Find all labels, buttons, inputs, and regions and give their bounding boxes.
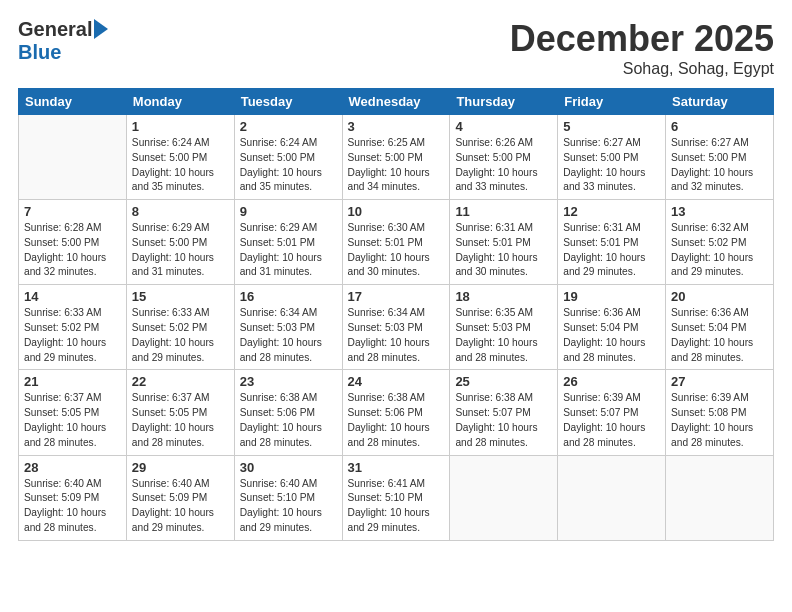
day-info: Sunrise: 6:30 AMSunset: 5:01 PMDaylight:… [348,221,445,280]
calendar-cell: 29Sunrise: 6:40 AMSunset: 5:09 PMDayligh… [126,455,234,540]
day-number: 3 [348,119,445,134]
page-container: General Blue December 2025 Sohag, Sohag,… [0,0,792,551]
day-info: Sunrise: 6:29 AMSunset: 5:01 PMDaylight:… [240,221,337,280]
day-number: 30 [240,460,337,475]
day-info: Sunrise: 6:34 AMSunset: 5:03 PMDaylight:… [348,306,445,365]
day-number: 2 [240,119,337,134]
calendar-cell: 16Sunrise: 6:34 AMSunset: 5:03 PMDayligh… [234,285,342,370]
day-number: 25 [455,374,552,389]
day-info: Sunrise: 6:31 AMSunset: 5:01 PMDaylight:… [563,221,660,280]
day-info: Sunrise: 6:27 AMSunset: 5:00 PMDaylight:… [671,136,768,195]
calendar-cell: 19Sunrise: 6:36 AMSunset: 5:04 PMDayligh… [558,285,666,370]
day-info: Sunrise: 6:24 AMSunset: 5:00 PMDaylight:… [240,136,337,195]
day-number: 8 [132,204,229,219]
weekday-header-row: SundayMondayTuesdayWednesdayThursdayFrid… [19,89,774,115]
day-number: 13 [671,204,768,219]
day-info: Sunrise: 6:38 AMSunset: 5:06 PMDaylight:… [240,391,337,450]
calendar-week-4: 21Sunrise: 6:37 AMSunset: 5:05 PMDayligh… [19,370,774,455]
calendar-cell: 12Sunrise: 6:31 AMSunset: 5:01 PMDayligh… [558,200,666,285]
calendar-cell: 17Sunrise: 6:34 AMSunset: 5:03 PMDayligh… [342,285,450,370]
calendar-cell [558,455,666,540]
day-info: Sunrise: 6:33 AMSunset: 5:02 PMDaylight:… [24,306,121,365]
location: Sohag, Sohag, Egypt [510,60,774,78]
day-info: Sunrise: 6:26 AMSunset: 5:00 PMDaylight:… [455,136,552,195]
calendar-cell: 2Sunrise: 6:24 AMSunset: 5:00 PMDaylight… [234,115,342,200]
day-number: 9 [240,204,337,219]
day-number: 23 [240,374,337,389]
day-number: 5 [563,119,660,134]
calendar-cell: 15Sunrise: 6:33 AMSunset: 5:02 PMDayligh… [126,285,234,370]
logo-text: General [18,18,108,41]
calendar-cell: 22Sunrise: 6:37 AMSunset: 5:05 PMDayligh… [126,370,234,455]
calendar-cell: 6Sunrise: 6:27 AMSunset: 5:00 PMDaylight… [666,115,774,200]
weekday-header-friday: Friday [558,89,666,115]
header: General Blue December 2025 Sohag, Sohag,… [18,18,774,78]
day-info: Sunrise: 6:34 AMSunset: 5:03 PMDaylight:… [240,306,337,365]
day-info: Sunrise: 6:40 AMSunset: 5:09 PMDaylight:… [132,477,229,536]
day-number: 15 [132,289,229,304]
day-info: Sunrise: 6:36 AMSunset: 5:04 PMDaylight:… [563,306,660,365]
weekday-header-sunday: Sunday [19,89,127,115]
calendar-cell: 20Sunrise: 6:36 AMSunset: 5:04 PMDayligh… [666,285,774,370]
calendar-cell: 13Sunrise: 6:32 AMSunset: 5:02 PMDayligh… [666,200,774,285]
calendar-cell: 7Sunrise: 6:28 AMSunset: 5:00 PMDaylight… [19,200,127,285]
logo-general: General [18,18,92,41]
day-number: 11 [455,204,552,219]
weekday-header-wednesday: Wednesday [342,89,450,115]
day-info: Sunrise: 6:40 AMSunset: 5:09 PMDaylight:… [24,477,121,536]
calendar-cell [666,455,774,540]
day-info: Sunrise: 6:28 AMSunset: 5:00 PMDaylight:… [24,221,121,280]
calendar-cell: 26Sunrise: 6:39 AMSunset: 5:07 PMDayligh… [558,370,666,455]
calendar-cell: 8Sunrise: 6:29 AMSunset: 5:00 PMDaylight… [126,200,234,285]
day-number: 24 [348,374,445,389]
month-title: December 2025 [510,18,774,60]
day-number: 16 [240,289,337,304]
day-number: 19 [563,289,660,304]
day-info: Sunrise: 6:27 AMSunset: 5:00 PMDaylight:… [563,136,660,195]
day-number: 12 [563,204,660,219]
day-info: Sunrise: 6:39 AMSunset: 5:08 PMDaylight:… [671,391,768,450]
calendar-cell: 31Sunrise: 6:41 AMSunset: 5:10 PMDayligh… [342,455,450,540]
weekday-header-tuesday: Tuesday [234,89,342,115]
day-info: Sunrise: 6:35 AMSunset: 5:03 PMDaylight:… [455,306,552,365]
day-number: 21 [24,374,121,389]
day-number: 4 [455,119,552,134]
day-number: 29 [132,460,229,475]
day-number: 7 [24,204,121,219]
calendar-cell: 3Sunrise: 6:25 AMSunset: 5:00 PMDaylight… [342,115,450,200]
day-number: 17 [348,289,445,304]
calendar-cell: 18Sunrise: 6:35 AMSunset: 5:03 PMDayligh… [450,285,558,370]
day-number: 10 [348,204,445,219]
day-info: Sunrise: 6:31 AMSunset: 5:01 PMDaylight:… [455,221,552,280]
calendar-cell: 5Sunrise: 6:27 AMSunset: 5:00 PMDaylight… [558,115,666,200]
day-info: Sunrise: 6:24 AMSunset: 5:00 PMDaylight:… [132,136,229,195]
day-number: 6 [671,119,768,134]
weekday-header-monday: Monday [126,89,234,115]
calendar-cell: 27Sunrise: 6:39 AMSunset: 5:08 PMDayligh… [666,370,774,455]
day-number: 26 [563,374,660,389]
calendar-cell: 4Sunrise: 6:26 AMSunset: 5:00 PMDaylight… [450,115,558,200]
calendar-cell: 14Sunrise: 6:33 AMSunset: 5:02 PMDayligh… [19,285,127,370]
day-info: Sunrise: 6:37 AMSunset: 5:05 PMDaylight:… [24,391,121,450]
calendar-cell: 30Sunrise: 6:40 AMSunset: 5:10 PMDayligh… [234,455,342,540]
day-info: Sunrise: 6:41 AMSunset: 5:10 PMDaylight:… [348,477,445,536]
day-number: 28 [24,460,121,475]
day-info: Sunrise: 6:40 AMSunset: 5:10 PMDaylight:… [240,477,337,536]
calendar-week-5: 28Sunrise: 6:40 AMSunset: 5:09 PMDayligh… [19,455,774,540]
logo-arrow-icon [94,19,108,39]
day-info: Sunrise: 6:38 AMSunset: 5:07 PMDaylight:… [455,391,552,450]
day-info: Sunrise: 6:36 AMSunset: 5:04 PMDaylight:… [671,306,768,365]
day-number: 1 [132,119,229,134]
calendar-cell: 10Sunrise: 6:30 AMSunset: 5:01 PMDayligh… [342,200,450,285]
day-number: 31 [348,460,445,475]
calendar-cell: 25Sunrise: 6:38 AMSunset: 5:07 PMDayligh… [450,370,558,455]
weekday-header-saturday: Saturday [666,89,774,115]
calendar-cell: 21Sunrise: 6:37 AMSunset: 5:05 PMDayligh… [19,370,127,455]
day-info: Sunrise: 6:25 AMSunset: 5:00 PMDaylight:… [348,136,445,195]
day-info: Sunrise: 6:29 AMSunset: 5:00 PMDaylight:… [132,221,229,280]
logo-blue: Blue [18,41,61,64]
day-info: Sunrise: 6:32 AMSunset: 5:02 PMDaylight:… [671,221,768,280]
calendar-cell: 9Sunrise: 6:29 AMSunset: 5:01 PMDaylight… [234,200,342,285]
title-section: December 2025 Sohag, Sohag, Egypt [510,18,774,78]
calendar-cell: 24Sunrise: 6:38 AMSunset: 5:06 PMDayligh… [342,370,450,455]
